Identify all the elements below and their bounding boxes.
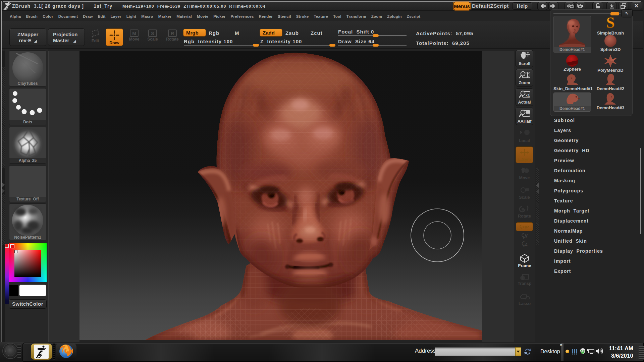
svg-text:S: S bbox=[606, 16, 615, 30]
svg-text:x1: x1 bbox=[526, 93, 530, 97]
